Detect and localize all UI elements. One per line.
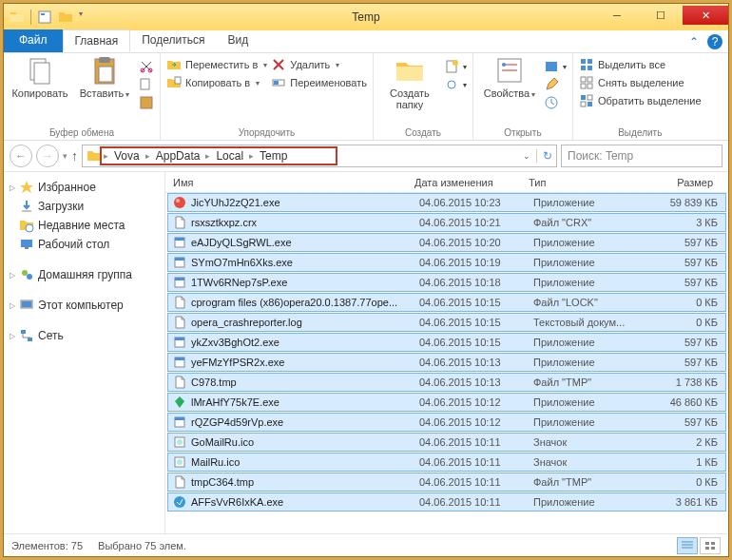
newitem-button[interactable]: ▾ [444, 59, 467, 74]
copyto-button[interactable]: Копировать в [166, 75, 267, 90]
close-button[interactable]: ✕ [683, 6, 728, 25]
table-row[interactable]: GoMailRu.ico04.06.2015 10:11Значок2 КБ [167, 433, 726, 452]
nav-network[interactable]: ▷Сеть [8, 326, 161, 345]
selectall-button[interactable]: Выделить все [579, 57, 702, 72]
pasteshortcut-button[interactable] [139, 95, 154, 110]
copypath-button[interactable] [139, 77, 154, 92]
table-row[interactable]: tmpC364.tmp04.06.2015 10:11Файл "TMP"0 К… [167, 473, 726, 492]
collapse-ribbon-icon[interactable]: ⌃ [686, 34, 702, 49]
table-row[interactable]: rQZGP4d59rVp.exe04.06.2015 10:12Приложен… [167, 413, 726, 432]
edit-button[interactable] [544, 77, 567, 92]
file-icon [172, 215, 187, 230]
cut-button[interactable] [139, 59, 154, 74]
table-row[interactable]: 1TWv6RNep7sP.exe04.06.2015 10:18Приложен… [167, 273, 726, 292]
table-row[interactable]: opera_crashreporter.log04.06.2015 10:15Т… [167, 313, 726, 332]
newfolder-button[interactable]: Создать папку [379, 55, 440, 110]
file-icon [172, 195, 187, 210]
svg-rect-11 [175, 77, 181, 84]
invertselection-button[interactable]: Обратить выделение [579, 93, 702, 108]
delete-button[interactable]: Удалить [271, 57, 367, 72]
forward-button[interactable]: → [36, 145, 59, 167]
rename-button[interactable]: Переименовать [271, 75, 367, 90]
table-row[interactable]: MailRu.ico04.06.2015 10:11Значок1 КБ [167, 453, 726, 472]
share-tab[interactable]: Поделиться [130, 29, 216, 52]
navigation-pane[interactable]: ▷Избранное Загрузки Недавние места Рабоч… [4, 172, 165, 533]
col-date[interactable]: Дата изменения [414, 177, 529, 188]
file-tab[interactable]: Файл [4, 29, 63, 52]
paste-button[interactable]: Вставить [74, 55, 135, 99]
nav-downloads[interactable]: Загрузки [8, 197, 161, 216]
minimize-button[interactable]: ─ [595, 6, 639, 25]
table-row[interactable]: cprogram files (x86)opera20.0.1387.77ope… [167, 293, 726, 312]
crumb-vova[interactable]: Vova [110, 149, 144, 163]
col-type[interactable]: Тип [529, 177, 652, 188]
view-tab[interactable]: Вид [216, 29, 260, 52]
col-size[interactable]: Размер [652, 177, 728, 188]
copy-button[interactable]: Копировать [10, 55, 70, 99]
svg-rect-0 [39, 11, 50, 23]
table-row[interactable]: C978.tmp04.06.2015 10:13Файл "TMP"1 738 … [167, 373, 726, 392]
table-row[interactable]: yeFMzYfPSR2x.exe04.06.2015 10:13Приложен… [167, 353, 726, 372]
addr-dropdown-icon[interactable]: ⌄ [523, 151, 530, 161]
file-type: Приложение [533, 357, 657, 368]
invert-icon [579, 93, 594, 108]
home-tab[interactable]: Главная [63, 29, 131, 52]
nav-desktop[interactable]: Рабочий стол [8, 235, 161, 254]
file-name: lMrAHfY75k7E.exe [191, 396, 419, 408]
file-name: rQZGP4d59rVp.exe [191, 416, 419, 428]
icons-view-button[interactable] [700, 537, 721, 554]
nav-favorites[interactable]: ▷Избранное [8, 178, 161, 197]
properties-icon[interactable] [37, 10, 52, 25]
up-button[interactable]: ↑ [71, 148, 78, 164]
history-button[interactable] [544, 95, 567, 110]
table-row[interactable]: lMrAHfY75k7E.exe04.06.2015 10:12Приложен… [167, 393, 726, 412]
col-name[interactable]: Имя [165, 177, 414, 188]
table-row[interactable]: SYmO7mHn6Xks.exe04.06.2015 10:19Приложен… [167, 253, 726, 272]
easyaccess-button[interactable]: ▾ [444, 77, 467, 92]
moveto-button[interactable]: Переместить в [166, 57, 267, 72]
crumb-appdata[interactable]: AppData [152, 149, 204, 163]
nav-thispc[interactable]: ▷Этот компьютер [8, 296, 161, 315]
file-date: 04.06.2015 10:20 [419, 237, 533, 248]
file-name: C978.tmp [191, 377, 419, 388]
file-name: ykZxv3BghOt2.exe [191, 337, 419, 348]
maximize-button[interactable]: ☐ [639, 6, 683, 25]
desktop-icon [19, 237, 34, 252]
qat-dropdown-icon[interactable]: ▾ [79, 10, 94, 25]
titlebar[interactable]: ▾ Temp ─ ☐ ✕ [4, 4, 728, 30]
file-list[interactable]: JicYUhJ2zQ21.exe04.06.2015 10:23Приложен… [165, 193, 728, 533]
table-row[interactable]: JicYUhJ2zQ21.exe04.06.2015 10:23Приложен… [167, 193, 726, 212]
recent-dropdown[interactable]: ▾ [63, 151, 67, 161]
file-icon [172, 335, 187, 350]
search-input[interactable]: Поиск: Temp [561, 145, 722, 167]
window-title: Temp [352, 10, 379, 24]
svg-point-56 [177, 439, 183, 445]
file-type: Текстовый докум... [533, 317, 657, 328]
table-row[interactable]: eAJDyQLSgRWL.exe04.06.2015 10:20Приложен… [167, 233, 726, 252]
details-view-button[interactable] [677, 537, 698, 554]
table-row[interactable]: rsxsztkxpz.crx04.06.2015 10:21Файл "CRX"… [167, 213, 726, 232]
divider [30, 10, 31, 25]
svg-rect-62 [705, 547, 709, 550]
crumb-temp[interactable]: Temp [256, 149, 291, 163]
back-button[interactable]: ← [10, 145, 32, 167]
refresh-icon[interactable]: ↻ [536, 149, 552, 163]
crumb-local[interactable]: Local [212, 149, 247, 163]
svg-rect-6 [99, 67, 112, 82]
help-icon[interactable]: ? [707, 34, 722, 49]
computer-icon [19, 298, 34, 313]
file-size: 1 738 КБ [657, 377, 725, 388]
file-date: 04.06.2015 10:11 [419, 496, 533, 508]
file-size: 59 839 КБ [657, 197, 725, 208]
column-headers[interactable]: Имя Дата изменения Тип Размер [165, 172, 728, 193]
properties-button[interactable]: Свойства [479, 55, 540, 99]
nav-recent[interactable]: Недавние места [8, 216, 161, 235]
open-button[interactable]: ▾ [544, 59, 567, 74]
ribbon-tabs: Файл Главная Поделиться Вид ⌃ ? [4, 30, 728, 53]
table-row[interactable]: AFFsVvR6IxKA.exe04.06.2015 10:11Приложен… [167, 492, 726, 512]
selectnone-button[interactable]: Снять выделение [579, 75, 702, 90]
newfolder-icon[interactable] [58, 10, 73, 25]
table-row[interactable]: ykZxv3BghOt2.exe04.06.2015 10:15Приложен… [167, 333, 726, 352]
breadcrumb[interactable]: ▸ Vova▸ AppData▸ Local▸ Temp ⌄ ↻ [82, 145, 557, 167]
nav-homegroup[interactable]: ▷Домашняя группа [8, 265, 161, 284]
